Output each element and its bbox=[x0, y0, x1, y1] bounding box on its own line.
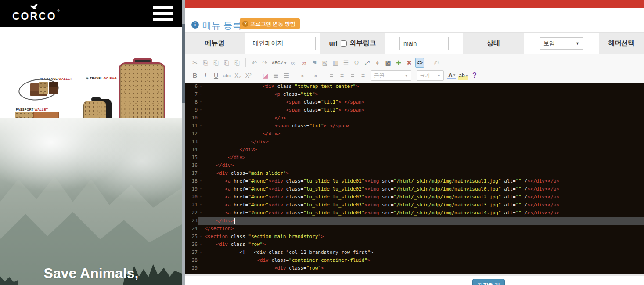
fold-spacer bbox=[198, 138, 205, 146]
size-dropdown[interactable]: 크기▼ bbox=[417, 70, 444, 81]
align-center-icon[interactable]: ≡ bbox=[338, 71, 346, 80]
text-color-icon[interactable]: A▾ bbox=[447, 72, 456, 79]
strikethrough-icon[interactable]: abc bbox=[222, 71, 232, 80]
page-heading: i 메뉴 등록 ? 프로그램 연동 방법 bbox=[185, 8, 644, 32]
question-icon: ? bbox=[242, 21, 248, 27]
bold-icon[interactable]: B bbox=[191, 71, 199, 80]
url-input[interactable] bbox=[399, 37, 449, 50]
fold-arrow-icon[interactable]: ▾ bbox=[198, 106, 205, 114]
fold-arrow-icon[interactable]: ▾ bbox=[198, 201, 205, 209]
align-right-icon[interactable]: ≡ bbox=[348, 71, 357, 80]
line-number: 9 bbox=[185, 106, 198, 114]
fold-spacer bbox=[198, 264, 205, 272]
special-char-icon[interactable]: Ω bbox=[352, 58, 361, 68]
line-number: 17 bbox=[185, 170, 198, 177]
fold-spacer bbox=[198, 114, 205, 122]
cork-wallet-image bbox=[39, 82, 48, 94]
line-number: 24 bbox=[185, 225, 198, 233]
bg-color-icon[interactable]: ab▾ bbox=[458, 71, 468, 80]
source-code-editor[interactable]: 6▾ <div class="txtwrap text-center">7▾ <… bbox=[185, 83, 644, 274]
select-all-icon[interactable]: ▩ bbox=[384, 58, 392, 68]
toolbar-separator bbox=[257, 71, 257, 80]
help-icon[interactable]: ? bbox=[470, 71, 479, 80]
paste-word-icon[interactable]: ⎗ bbox=[233, 58, 241, 68]
numbered-list-icon[interactable]: ≣ bbox=[272, 71, 281, 80]
fold-arrow-icon[interactable]: ▾ bbox=[198, 233, 205, 241]
align-left-icon[interactable]: ≡ bbox=[327, 71, 336, 80]
hamburger-menu-icon[interactable] bbox=[153, 6, 173, 22]
paste-text-icon[interactable]: ⎗ bbox=[222, 58, 231, 68]
italic-icon[interactable]: I bbox=[201, 71, 210, 80]
passport-wallet-label: PASSPORT WALLET bbox=[16, 108, 48, 111]
status-cell: 보임 ▼ bbox=[524, 33, 599, 54]
code-line-22: 22▾ <a href="#none"><div class="lu_slide… bbox=[185, 209, 644, 217]
registered-mark: ® bbox=[57, 9, 60, 13]
unlink-icon[interactable]: ∞ bbox=[299, 58, 308, 68]
hero-title-1: Save Animals, bbox=[0, 265, 182, 281]
spellcheck-icon[interactable]: ABC✓▾ bbox=[271, 58, 287, 68]
find-icon[interactable]: ⌖ bbox=[373, 58, 382, 68]
fold-arrow-icon[interactable]: ▾ bbox=[198, 177, 205, 185]
fold-arrow-icon[interactable]: ▾ bbox=[198, 122, 205, 130]
table-icon[interactable]: ▦ bbox=[331, 58, 340, 68]
line-number: 29 bbox=[185, 264, 198, 272]
image-icon[interactable]: ▧ bbox=[320, 58, 329, 68]
line-number: 25 bbox=[185, 233, 198, 241]
toolbar-separator bbox=[245, 58, 246, 67]
superscript-icon[interactable]: X² bbox=[244, 71, 253, 80]
horizontal-line-icon[interactable]: ☰ bbox=[342, 58, 350, 68]
scayt-reject-icon[interactable]: ✖ bbox=[405, 58, 414, 68]
underline-icon[interactable]: U bbox=[212, 71, 220, 80]
brand-logo[interactable]: CORCO ® bbox=[12, 4, 65, 25]
anchor-flag-icon[interactable]: ⚑ bbox=[310, 58, 319, 68]
undo-icon[interactable]: ↶ bbox=[250, 58, 259, 68]
content-editor: ✂⎘⎗⎗⎗↶↷ABC✓▾∞∞⚑▧▦☰Ω⤢⌖▩✚✖<>⎙ BIUabcX₂X²◪≣… bbox=[185, 54, 644, 276]
code-line-11: 11▾ <span class="txt"> </span> bbox=[185, 122, 644, 130]
line-number: 19 bbox=[185, 185, 198, 193]
fold-arrow-icon[interactable]: ▾ bbox=[198, 249, 205, 256]
fold-arrow-icon[interactable]: ▾ bbox=[198, 98, 205, 106]
line-number: 6 bbox=[185, 83, 198, 90]
scayt-accept-icon[interactable]: ✚ bbox=[394, 58, 403, 68]
remove-format-icon[interactable]: ◪ bbox=[261, 71, 270, 80]
info-icon: i bbox=[191, 21, 199, 29]
fold-arrow-icon[interactable]: ▾ bbox=[198, 170, 205, 177]
line-number: 8 bbox=[185, 98, 198, 106]
fold-arrow-icon[interactable]: ▾ bbox=[198, 193, 205, 201]
fold-arrow-icon[interactable]: ▾ bbox=[198, 209, 205, 217]
maximize-icon[interactable]: ⤢ bbox=[363, 58, 371, 68]
cut-icon[interactable]: ✂ bbox=[191, 58, 199, 68]
fold-arrow-icon[interactable]: ▾ bbox=[198, 241, 205, 249]
line-number: 28 bbox=[185, 256, 198, 264]
program-link-help-button[interactable]: ? 프로그램 연동 방법 bbox=[240, 18, 300, 29]
product-carousel: NECKLACE WALLET PASSPORT WALLET ✳ TRAVEL… bbox=[0, 27, 182, 118]
external-link-checkbox[interactable] bbox=[341, 40, 347, 47]
paste-icon[interactable]: ⎗ bbox=[212, 58, 220, 68]
line-number: 12 bbox=[185, 130, 198, 138]
font-dropdown[interactable]: 글꼴▼ bbox=[371, 70, 411, 81]
status-label-cell: 상태 bbox=[463, 33, 524, 54]
fold-arrow-icon[interactable]: ▾ bbox=[198, 83, 205, 90]
indent-icon[interactable]: ⇥ bbox=[310, 71, 319, 80]
code-line-9: 9▾ <span class="tit2"> </span> bbox=[185, 106, 644, 114]
print-icon[interactable]: ⎙ bbox=[432, 58, 441, 68]
fold-arrow-icon[interactable]: ▾ bbox=[198, 90, 205, 98]
menu-name-input[interactable] bbox=[249, 37, 316, 50]
source-icon[interactable]: <> bbox=[415, 58, 424, 68]
fog-overlay bbox=[0, 118, 182, 206]
save-button[interactable]: 저장하기 bbox=[472, 279, 505, 285]
line-number: 15 bbox=[185, 154, 198, 162]
redo-icon[interactable]: ↷ bbox=[260, 58, 269, 68]
code-line-8: 8▾ <span class="tit1"> </span> bbox=[185, 98, 644, 106]
line-number: 16 bbox=[185, 162, 198, 170]
copy-icon[interactable]: ⎘ bbox=[201, 58, 210, 68]
subscript-icon[interactable]: X₂ bbox=[234, 71, 242, 80]
editor-toolbar-row-2: BIUabcX₂X²◪≣☰⇤⇥≡≡≡≡글꼴▼크기▼A▾ab▾? bbox=[185, 70, 644, 81]
status-select[interactable]: 보임 ▼ bbox=[540, 37, 583, 50]
align-justify-icon[interactable]: ≡ bbox=[359, 71, 367, 80]
fold-arrow-icon[interactable]: ▾ bbox=[198, 185, 205, 193]
outdent-icon[interactable]: ⇤ bbox=[299, 71, 308, 80]
bullet-list-icon[interactable]: ☰ bbox=[282, 71, 291, 80]
link-icon[interactable]: ∞ bbox=[289, 58, 298, 68]
code-line-15: 15 </div> bbox=[185, 154, 644, 162]
